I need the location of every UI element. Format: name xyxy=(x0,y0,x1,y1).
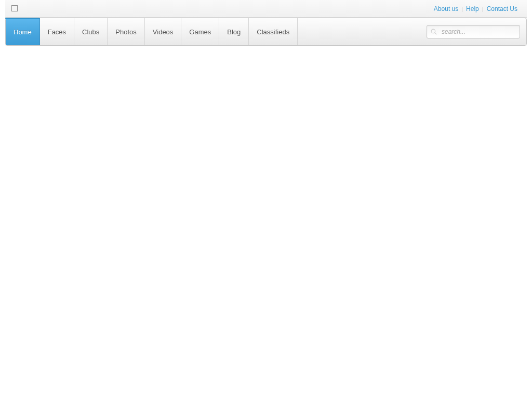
search-wrapper xyxy=(427,25,520,38)
logo-placeholder-icon xyxy=(11,5,18,11)
search-icon xyxy=(431,29,437,35)
about-us-link[interactable]: About us xyxy=(431,5,461,12)
nav-item-clubs[interactable]: Clubs xyxy=(74,18,108,45)
nav-label: Blog xyxy=(227,28,241,36)
nav-item-home[interactable]: Home xyxy=(6,18,40,45)
svg-line-1 xyxy=(435,33,436,34)
nav-label: Faces xyxy=(48,28,66,36)
nav-item-games[interactable]: Games xyxy=(181,18,219,45)
nav-label: Classifieds xyxy=(257,28,289,36)
nav-label: Photos xyxy=(115,28,136,36)
logo-area xyxy=(11,4,18,14)
main-navigation: Home Faces Clubs Photos Videos Games Blo… xyxy=(5,18,527,46)
nav-item-classifieds[interactable]: Classifieds xyxy=(249,18,298,45)
search-input[interactable] xyxy=(427,25,520,38)
contact-us-link[interactable]: Contact Us xyxy=(484,5,521,12)
nav-label: Clubs xyxy=(82,28,99,36)
top-bar: About us | Help | Contact Us xyxy=(5,0,527,18)
content-area xyxy=(0,46,532,56)
nav-item-photos[interactable]: Photos xyxy=(108,18,144,45)
help-link[interactable]: Help xyxy=(463,5,482,12)
nav-item-blog[interactable]: Blog xyxy=(219,18,249,45)
top-links: About us | Help | Contact Us xyxy=(431,5,521,12)
nav-item-faces[interactable]: Faces xyxy=(40,18,74,45)
nav-label: Videos xyxy=(153,28,174,36)
nav-item-videos[interactable]: Videos xyxy=(145,18,182,45)
nav-label: Home xyxy=(14,28,32,36)
svg-point-0 xyxy=(431,29,435,33)
nav-items-container: Home Faces Clubs Photos Videos Games Blo… xyxy=(6,18,298,45)
search-container xyxy=(427,18,526,45)
nav-label: Games xyxy=(189,28,211,36)
